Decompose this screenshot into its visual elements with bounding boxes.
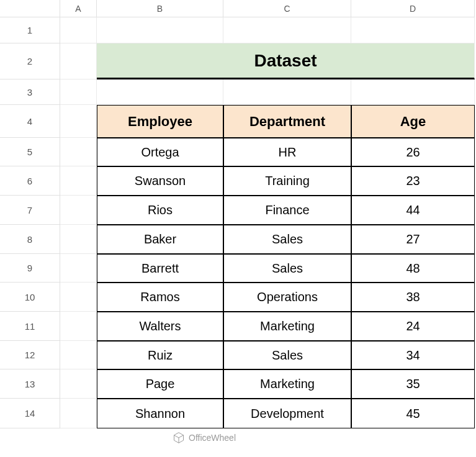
cell-A11[interactable] (60, 312, 97, 341)
cell-B1[interactable] (97, 17, 223, 43)
cell-A8[interactable] (60, 225, 97, 254)
cell-A9[interactable] (60, 254, 97, 283)
spreadsheet: ABCD 1234567891011121314 DatasetEmployee… (0, 0, 476, 457)
table-cell-age[interactable]: 27 (351, 225, 475, 254)
table-cell-department[interactable]: Sales (223, 341, 351, 369)
table-cell-department[interactable]: Finance (223, 196, 351, 225)
table-cell-age[interactable]: 23 (351, 166, 475, 196)
column-header-A[interactable]: A (60, 0, 97, 17)
grid-row-13: PageMarketing35 (60, 369, 475, 399)
row-header-2[interactable]: 2 (0, 43, 60, 79)
cell-C3[interactable] (223, 79, 351, 105)
cell-A7[interactable] (60, 196, 97, 225)
watermark-logo-icon (173, 432, 185, 444)
row-header-10[interactable]: 10 (0, 283, 60, 312)
table-cell-age[interactable]: 44 (351, 196, 475, 225)
watermark-text: OfficeWheel (189, 433, 236, 443)
row-headers: 1234567891011121314 (0, 17, 60, 428)
cell-A6[interactable] (60, 166, 97, 196)
grid-row-8: BakerSales27 (60, 225, 475, 254)
table-cell-department[interactable]: Training (223, 166, 351, 196)
table-cell-employee[interactable]: Ortega (97, 138, 223, 166)
grid-row-12: RuizSales34 (60, 341, 475, 369)
table-cell-employee[interactable]: Baker (97, 225, 223, 254)
cell-A13[interactable] (60, 369, 97, 399)
table-cell-employee[interactable]: Ruiz (97, 341, 223, 369)
cell-C1[interactable] (223, 17, 351, 43)
grid: DatasetEmployeeDepartmentAgeOrtegaHR26Sw… (60, 17, 475, 428)
select-all-corner[interactable] (0, 0, 60, 17)
cell-D1[interactable] (351, 17, 475, 43)
watermark: OfficeWheel (173, 432, 236, 444)
column-headers: ABCD (60, 0, 475, 17)
table-cell-department[interactable]: Operations (223, 283, 351, 312)
grid-row-14: ShannonDevelopment45 (60, 399, 475, 428)
grid-row-4: EmployeeDepartmentAge (60, 105, 475, 138)
table-header-department[interactable]: Department (223, 105, 351, 138)
table-cell-employee[interactable]: Rios (97, 196, 223, 225)
row-header-14[interactable]: 14 (0, 399, 60, 428)
table-cell-age[interactable]: 35 (351, 369, 475, 399)
table-header-age[interactable]: Age (351, 105, 475, 138)
row-header-5[interactable]: 5 (0, 138, 60, 166)
table-cell-employee[interactable]: Walters (97, 312, 223, 341)
grid-row-9: BarrettSales48 (60, 254, 475, 283)
table-cell-employee[interactable]: Ramos (97, 283, 223, 312)
row-header-12[interactable]: 12 (0, 341, 60, 369)
table-cell-age[interactable]: 45 (351, 399, 475, 428)
table-cell-employee[interactable]: Swanson (97, 166, 223, 196)
grid-row-6: SwansonTraining23 (60, 166, 475, 196)
grid-row-1 (60, 17, 475, 43)
table-cell-department[interactable]: Development (223, 399, 351, 428)
row-header-11[interactable]: 11 (0, 312, 60, 341)
row-header-8[interactable]: 8 (0, 225, 60, 254)
column-header-C[interactable]: C (223, 0, 351, 17)
table-cell-age[interactable]: 24 (351, 312, 475, 341)
cell-A4[interactable] (60, 105, 97, 138)
table-cell-age[interactable]: 34 (351, 341, 475, 369)
grid-row-7: RiosFinance44 (60, 196, 475, 225)
cell-A12[interactable] (60, 341, 97, 369)
dataset-title[interactable]: Dataset (97, 43, 475, 79)
table-header-employee[interactable]: Employee (97, 105, 223, 138)
cell-A2[interactable] (60, 43, 97, 79)
svg-marker-0 (174, 433, 184, 443)
cell-A5[interactable] (60, 138, 97, 166)
cell-A10[interactable] (60, 283, 97, 312)
table-cell-department[interactable]: Sales (223, 225, 351, 254)
grid-row-5: OrtegaHR26 (60, 138, 475, 166)
cell-B3[interactable] (97, 79, 223, 105)
cell-A3[interactable] (60, 79, 97, 105)
row-header-13[interactable]: 13 (0, 369, 60, 399)
table-cell-department[interactable]: Marketing (223, 369, 351, 399)
table-cell-age[interactable]: 26 (351, 138, 475, 166)
row-header-1[interactable]: 1 (0, 17, 60, 43)
table-cell-age[interactable]: 48 (351, 254, 475, 283)
column-header-B[interactable]: B (97, 0, 223, 17)
row-header-9[interactable]: 9 (0, 254, 60, 283)
column-header-D[interactable]: D (351, 0, 475, 17)
table-cell-employee[interactable]: Barrett (97, 254, 223, 283)
grid-row-10: RamosOperations38 (60, 283, 475, 312)
cell-A14[interactable] (60, 399, 97, 428)
table-cell-department[interactable]: HR (223, 138, 351, 166)
row-header-3[interactable]: 3 (0, 79, 60, 105)
table-cell-employee[interactable]: Page (97, 369, 223, 399)
row-header-6[interactable]: 6 (0, 166, 60, 196)
cell-A1[interactable] (60, 17, 97, 43)
table-cell-department[interactable]: Sales (223, 254, 351, 283)
grid-row-3 (60, 79, 475, 105)
row-header-7[interactable]: 7 (0, 196, 60, 225)
row-header-4[interactable]: 4 (0, 105, 60, 138)
grid-row-11: WaltersMarketing24 (60, 312, 475, 341)
table-cell-department[interactable]: Marketing (223, 312, 351, 341)
table-cell-employee[interactable]: Shannon (97, 399, 223, 428)
cell-D3[interactable] (351, 79, 475, 105)
table-cell-age[interactable]: 38 (351, 283, 475, 312)
grid-row-2: Dataset (60, 43, 475, 79)
